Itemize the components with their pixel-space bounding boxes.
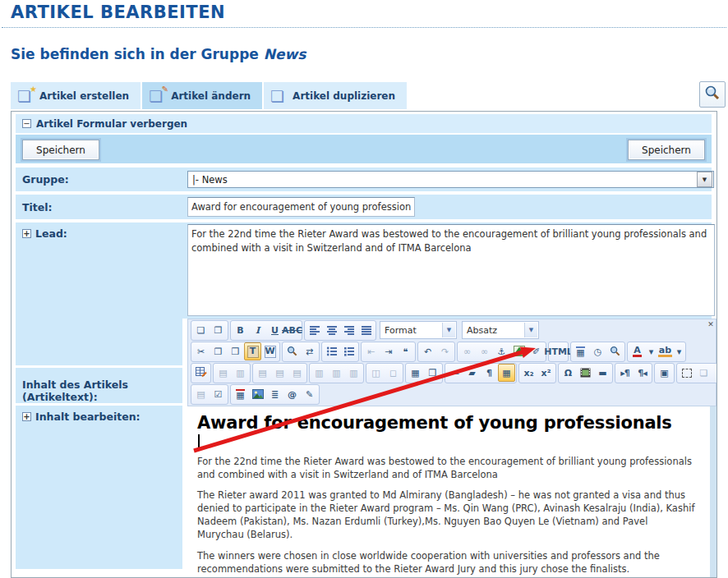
photo-gallery-button[interactable] bbox=[249, 385, 266, 403]
copy-button[interactable]: ❐ bbox=[210, 342, 227, 360]
find-button[interactable] bbox=[283, 342, 301, 360]
right-to-left-button[interactable]: ¶◂ bbox=[634, 364, 651, 382]
bold-button[interactable]: B bbox=[232, 321, 249, 339]
find-replace-icon: ⇄ bbox=[306, 347, 313, 356]
insert-date-button[interactable]: ▦ bbox=[572, 342, 589, 360]
form-elements-icon: ▤ bbox=[196, 390, 205, 399]
paste-from-word-button[interactable]: W bbox=[261, 342, 279, 360]
chevron-down-icon[interactable]: ▼ bbox=[442, 323, 455, 337]
content-list-button[interactable]: ≣ bbox=[266, 385, 283, 403]
text-color-menu-button[interactable]: ▾ bbox=[646, 342, 657, 360]
delete-column-icon: ▥ bbox=[349, 369, 357, 378]
undo-icon: ↶ bbox=[424, 347, 431, 356]
form-collapse-header[interactable]: − Artikel Formular verbergen bbox=[16, 114, 712, 133]
paragraph-select[interactable]: Absatz ▼ bbox=[462, 321, 539, 339]
gruppe-select[interactable]: |- News ▼ bbox=[187, 171, 714, 188]
save-button-right[interactable]: Speichern bbox=[628, 140, 705, 160]
highlight-color-menu-button[interactable]: ▾ bbox=[674, 342, 684, 360]
inhalt-expand-icon[interactable]: + bbox=[22, 412, 31, 421]
toolbar-group bbox=[191, 363, 211, 383]
align-center-button[interactable] bbox=[323, 321, 340, 339]
cleanup-button[interactable]: ✐ bbox=[528, 342, 545, 360]
find-replace-button[interactable]: ⇄ bbox=[301, 342, 318, 360]
horizontal-rule-button[interactable]: — bbox=[446, 364, 463, 382]
tab-artikel-erstellen[interactable]: ❏★ Artikel erstellen bbox=[11, 82, 141, 109]
preview-button[interactable] bbox=[606, 342, 624, 360]
align-justify-button[interactable] bbox=[357, 321, 375, 339]
show-invisible-characters-button[interactable]: ¶ bbox=[481, 364, 498, 382]
insert-table-button[interactable] bbox=[192, 364, 210, 382]
form-edit-button[interactable]: ☑ bbox=[210, 385, 227, 403]
blockquote-button[interactable]: ❝ bbox=[397, 342, 414, 360]
editor-close-icon[interactable]: ✕ bbox=[706, 319, 716, 329]
insert-media-button[interactable] bbox=[577, 364, 594, 382]
ordered-list-button[interactable] bbox=[340, 342, 357, 360]
format-select[interactable]: Format ▼ bbox=[380, 321, 457, 339]
align-right-button[interactable] bbox=[340, 321, 357, 339]
strikethrough-button[interactable]: ABC bbox=[283, 321, 301, 339]
editor-content[interactable]: Award for encouragement of young profess… bbox=[187, 406, 710, 577]
edit-html-button[interactable]: HTML bbox=[550, 342, 567, 360]
search-button[interactable] bbox=[699, 81, 726, 108]
align-left-button[interactable] bbox=[306, 321, 323, 339]
tab-artikel-aendern[interactable]: ❏✎ Artikel ändern bbox=[142, 82, 262, 109]
undo-button[interactable]: ↶ bbox=[419, 342, 436, 360]
insert-time-icon: ◷ bbox=[594, 347, 602, 356]
table-properties-button[interactable]: ❒ bbox=[424, 364, 441, 382]
paste-button[interactable]: ❒ bbox=[227, 342, 244, 360]
advanced-hr-button[interactable]: ▬ bbox=[594, 364, 611, 382]
form-elements-button: ▤ bbox=[192, 385, 210, 403]
tab-artikel-duplizieren[interactable]: ❏ Artikel duplizieren bbox=[264, 82, 407, 109]
lead-textarea[interactable]: For the 22nd time the Rieter Award was b… bbox=[187, 224, 715, 316]
underline-button[interactable]: U bbox=[266, 321, 283, 339]
special-character-button[interactable]: Ω bbox=[560, 364, 577, 382]
special-character-icon: Ω bbox=[564, 369, 572, 378]
dropdown-arrow-icon[interactable]: ▼ bbox=[697, 172, 712, 187]
indent-button[interactable]: ⇥ bbox=[380, 342, 397, 360]
spell-check-button[interactable]: @ bbox=[283, 385, 301, 403]
insert-link-icon: ∞ bbox=[463, 347, 471, 356]
table-row-properties-icon: ▤ bbox=[219, 369, 227, 378]
print-button[interactable]: ❐ bbox=[210, 321, 227, 339]
align-left-icon bbox=[309, 323, 320, 338]
text-color-button[interactable]: A bbox=[629, 342, 646, 360]
unordered-list-button[interactable] bbox=[323, 342, 340, 360]
style-properties-icon bbox=[682, 369, 692, 378]
subscript-button[interactable]: x₂ bbox=[520, 364, 537, 382]
format-select-value: Format bbox=[380, 325, 441, 336]
fullscreen-button[interactable]: ▣ bbox=[656, 364, 673, 382]
divider bbox=[2, 27, 726, 28]
titel-input[interactable] bbox=[187, 197, 415, 217]
remove-formatting-button[interactable]: ▰ bbox=[463, 364, 481, 382]
cut-button[interactable]: ✂ bbox=[192, 342, 210, 360]
redo-button: ↷ bbox=[436, 342, 454, 360]
left-to-right-button[interactable]: ▸¶ bbox=[616, 364, 634, 382]
highlight-color-button[interactable]: ab bbox=[657, 342, 674, 360]
lead-expand-icon[interactable]: + bbox=[22, 229, 31, 238]
insert-image-button[interactable] bbox=[510, 342, 528, 360]
style-properties-button[interactable] bbox=[678, 364, 695, 382]
left-to-right-icon: ▸¶ bbox=[620, 369, 629, 378]
page-edit-button[interactable]: ✎ bbox=[301, 385, 318, 403]
collapse-icon[interactable]: − bbox=[22, 119, 31, 128]
new-document-button[interactable]: ❏ bbox=[192, 321, 210, 339]
toolbar-group: ⇤⇥❝ bbox=[361, 342, 416, 362]
gruppe-select-value: |- News bbox=[192, 174, 697, 186]
align-right-icon bbox=[343, 323, 355, 338]
save-button-left[interactable]: Speichern bbox=[22, 140, 99, 160]
visual-aid-button[interactable]: ▦ bbox=[407, 364, 424, 382]
paste-as-text-button[interactable]: T bbox=[244, 342, 261, 360]
anchor-button[interactable]: ⚓ bbox=[493, 342, 510, 360]
text-color-icon: A bbox=[633, 346, 642, 357]
toolbar-group: ▤☑ bbox=[191, 384, 228, 405]
chevron-down-icon[interactable]: ▼ bbox=[524, 323, 537, 337]
event-calendar-button[interactable]: ▦ bbox=[232, 385, 249, 403]
insert-media-icon bbox=[580, 365, 591, 381]
toolbar-group: ▦❒ bbox=[405, 363, 443, 383]
blockquote-icon: ❝ bbox=[403, 347, 408, 356]
show-blocks-button[interactable]: ▦ bbox=[498, 364, 515, 382]
lead-label-text: Lead: bbox=[35, 227, 67, 240]
insert-time-button[interactable]: ◷ bbox=[589, 342, 606, 360]
italic-button[interactable]: I bbox=[249, 321, 266, 339]
superscript-button[interactable]: x² bbox=[537, 364, 555, 382]
